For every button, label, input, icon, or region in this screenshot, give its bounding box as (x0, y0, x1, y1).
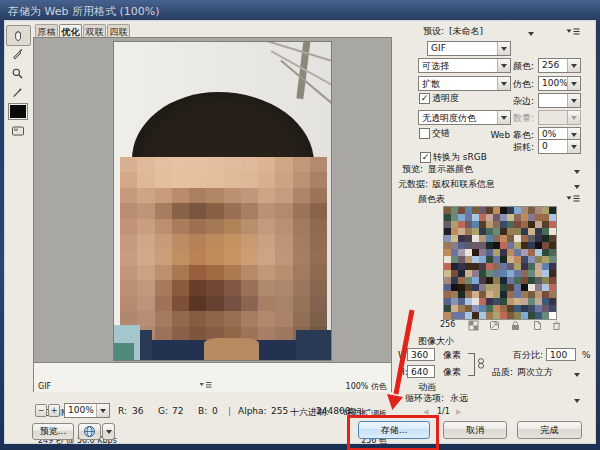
color-swatch-cell[interactable] (486, 291, 493, 298)
shift-web-palette-icon[interactable] (489, 320, 500, 331)
color-swatch-cell[interactable] (500, 235, 507, 242)
color-swatch-cell[interactable] (458, 249, 465, 256)
color-swatch-cell[interactable] (486, 263, 493, 270)
color-swatch-cell[interactable] (514, 256, 521, 263)
color-swatch-cell[interactable] (486, 312, 493, 319)
color-swatch-cell[interactable] (528, 291, 535, 298)
color-swatch-cell[interactable] (444, 277, 451, 284)
color-swatch-cell[interactable] (542, 221, 549, 228)
interlaced-checkbox[interactable] (419, 128, 430, 139)
optimized-preview-pane[interactable]: GIF 1.338M 249 秒 @ 56.6 Kbps 100% 仿色 “可选… (33, 37, 392, 392)
color-table-grid[interactable] (443, 206, 557, 320)
percent-input[interactable]: 100 (546, 348, 576, 361)
color-swatch-cell[interactable] (507, 256, 514, 263)
color-swatch-cell[interactable] (493, 235, 500, 242)
color-swatch-cell[interactable] (535, 298, 542, 305)
height-input[interactable]: 640 (407, 365, 435, 378)
color-swatch-cell[interactable] (451, 284, 458, 291)
transparency-checkbox[interactable]: ✓ (419, 93, 430, 104)
color-swatch-cell[interactable] (444, 214, 451, 221)
color-swatch-cell[interactable] (479, 263, 486, 270)
color-swatch-cell[interactable] (535, 207, 542, 214)
color-swatch-cell[interactable] (479, 228, 486, 235)
color-swatch-cell[interactable] (465, 256, 472, 263)
color-swatch-cell[interactable] (549, 228, 556, 235)
color-swatch-cell[interactable] (465, 249, 472, 256)
color-swatch-cell[interactable] (528, 312, 535, 319)
color-swatch-cell[interactable] (451, 207, 458, 214)
color-swatch-cell[interactable] (528, 249, 535, 256)
color-swatch-cell[interactable] (486, 256, 493, 263)
color-swatch-cell[interactable] (549, 277, 556, 284)
color-swatch-cell[interactable] (458, 291, 465, 298)
color-swatch-cell[interactable] (528, 214, 535, 221)
color-swatch-cell[interactable] (465, 214, 472, 221)
color-swatch-cell[interactable] (528, 298, 535, 305)
toggle-slices-button[interactable] (6, 121, 29, 140)
color-swatch-cell[interactable] (451, 228, 458, 235)
color-swatch-cell[interactable] (500, 298, 507, 305)
color-swatch-cell[interactable] (493, 221, 500, 228)
color-swatch-cell[interactable] (465, 207, 472, 214)
color-swatch-cell[interactable] (542, 235, 549, 242)
color-swatch-cell[interactable] (444, 305, 451, 312)
color-reduction-select[interactable]: 可选择 (418, 58, 511, 73)
color-swatch-cell[interactable] (542, 249, 549, 256)
color-swatch-cell[interactable] (458, 214, 465, 221)
color-swatch-cell[interactable] (514, 228, 521, 235)
color-swatch-cell[interactable] (507, 214, 514, 221)
color-swatch-cell[interactable] (486, 298, 493, 305)
color-swatch-cell[interactable] (458, 270, 465, 277)
color-swatch-cell[interactable] (479, 249, 486, 256)
color-swatch-cell[interactable] (451, 298, 458, 305)
next-frame-icon[interactable]: ▶ (456, 407, 461, 418)
color-swatch-cell[interactable] (521, 249, 528, 256)
zoom-out-button[interactable]: − (35, 404, 47, 417)
color-swatch-cell[interactable] (472, 256, 479, 263)
color-swatch-cell[interactable] (458, 221, 465, 228)
color-swatch-cell[interactable] (528, 277, 535, 284)
color-swatch-cell[interactable] (542, 256, 549, 263)
color-swatch-cell[interactable] (486, 277, 493, 284)
color-swatch-cell[interactable] (472, 291, 479, 298)
link-dimensions-icon[interactable] (477, 358, 485, 369)
hand-tool-button[interactable] (6, 25, 31, 46)
color-swatch-cell[interactable] (493, 305, 500, 312)
color-swatch-cell[interactable] (486, 249, 493, 256)
color-swatch-cell[interactable] (465, 284, 472, 291)
metadata-value[interactable]: 版权和联系信息 (432, 179, 495, 190)
color-swatch-cell[interactable] (465, 305, 472, 312)
color-swatch-cell[interactable] (479, 235, 486, 242)
color-swatch-cell[interactable] (514, 235, 521, 242)
color-swatch-cell[interactable] (542, 284, 549, 291)
format-select[interactable]: GIF (427, 41, 511, 56)
color-swatch-cell[interactable] (493, 291, 500, 298)
color-swatch-cell[interactable] (514, 291, 521, 298)
color-swatch-cell[interactable] (458, 235, 465, 242)
color-swatch-cell[interactable] (549, 214, 556, 221)
color-swatch-cell[interactable] (521, 221, 528, 228)
dither-select[interactable]: 100% (538, 76, 581, 91)
color-swatch-cell[interactable] (521, 242, 528, 249)
color-swatch-cell[interactable] (535, 312, 542, 319)
color-swatch-cell[interactable] (458, 256, 465, 263)
color-swatch-cell[interactable] (486, 242, 493, 249)
color-swatch-cell[interactable] (444, 291, 451, 298)
color-swatch-cell[interactable] (528, 256, 535, 263)
color-swatch-cell[interactable] (451, 277, 458, 284)
srgb-checkbox[interactable]: ✓ (420, 152, 431, 163)
color-swatch-cell[interactable] (500, 312, 507, 319)
color-swatch-cell[interactable] (521, 277, 528, 284)
color-swatch-cell[interactable] (493, 312, 500, 319)
preview-menu-value[interactable]: 显示器颜色 (428, 164, 473, 175)
color-swatch-cell[interactable] (521, 305, 528, 312)
zoom-level-select[interactable]: 100% (64, 403, 110, 418)
tab-4up[interactable]: 四联 (107, 24, 130, 38)
color-swatch-cell[interactable] (451, 242, 458, 249)
lock-color-icon[interactable] (510, 320, 521, 331)
color-swatch-cell[interactable] (521, 291, 528, 298)
color-swatch-cell[interactable] (479, 284, 486, 291)
lossy-select[interactable]: 0 (538, 139, 581, 154)
color-swatch-cell[interactable] (521, 270, 528, 277)
color-swatch-cell[interactable] (500, 284, 507, 291)
